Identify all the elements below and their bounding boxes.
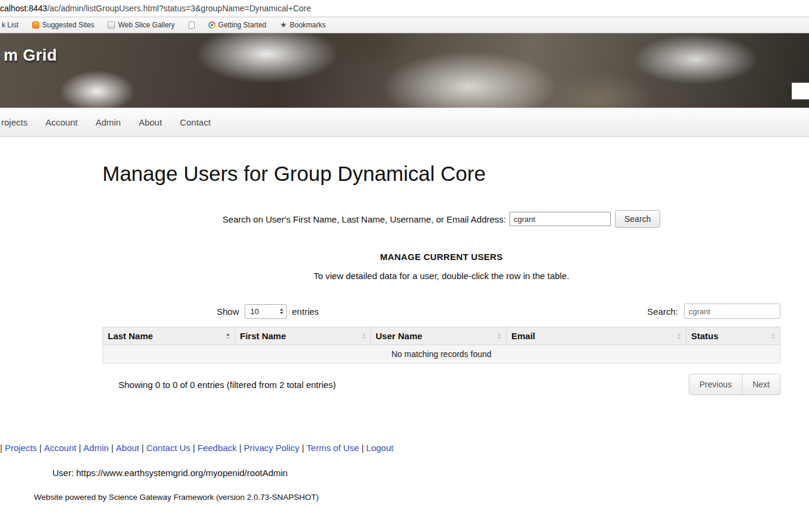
page-title: Manage Users for Group Dynamical Core <box>102 162 780 186</box>
footer-link-logout[interactable]: Logout <box>366 443 393 453</box>
show-label: Show <box>217 306 239 317</box>
footer-link-admin[interactable]: Admin <box>83 443 109 453</box>
entries-label: entries <box>292 306 319 317</box>
footer-link-about[interactable]: About <box>116 443 139 453</box>
nav-item-projects[interactable]: rojects <box>1 117 27 127</box>
page-length-control: Show 10 entries <box>217 304 319 319</box>
column-header-last-name[interactable]: Last Name <box>103 327 235 345</box>
main-nav: rojects Account Admin About Contact <box>0 108 809 137</box>
user-search-input[interactable] <box>510 212 611 226</box>
url-host: calhost:8443 <box>0 4 47 13</box>
sort-icon <box>362 333 366 339</box>
column-header-status[interactable]: Status <box>686 327 780 345</box>
users-table: Last Name First Name User Name <box>102 327 780 364</box>
page-footer: |Projects|Account|Admin|About|Contact Us… <box>0 443 809 502</box>
next-button[interactable]: Next <box>742 374 780 395</box>
column-header-user-name[interactable]: User Name <box>371 327 507 345</box>
powered-by: Website powered by Science Gateway Frame… <box>0 493 809 502</box>
sort-icon <box>498 333 501 339</box>
user-search-label: Search on User's First Name, Last Name, … <box>223 214 506 224</box>
search-button[interactable]: Search <box>615 210 660 228</box>
nav-item-admin[interactable]: Admin <box>95 117 121 127</box>
banner-white-box <box>792 83 809 99</box>
empty-message: No matching records found <box>103 345 780 364</box>
section-title: MANAGE CURRENT USERS <box>102 252 780 262</box>
site-logo: m Grid <box>4 46 57 65</box>
bookmark-item-list[interactable]: k List <box>2 21 18 29</box>
nav-item-account[interactable]: Account <box>45 117 77 127</box>
user-search-row: Search on User's First Name, Last Name, … <box>102 210 780 228</box>
nav-item-about[interactable]: About <box>139 117 162 127</box>
footer-link-terms-of-use[interactable]: Terms of Use <box>307 443 359 453</box>
suggested-sites-icon <box>32 21 39 29</box>
stepper-icon <box>280 308 283 314</box>
sort-icon <box>677 333 681 339</box>
bookmark-item-getting-started[interactable]: Getting Started <box>208 21 267 29</box>
table-search-input[interactable] <box>684 303 780 319</box>
table-header-row: Last Name First Name User Name <box>103 327 780 345</box>
footer-link-contact-us[interactable]: Contact Us <box>146 443 190 453</box>
table-filter-control: Search: <box>647 303 780 319</box>
bookmark-item-suggested-sites[interactable]: Suggested Sites <box>32 21 94 29</box>
bookmark-item-web-slice-gallery[interactable]: Web Slice Gallery <box>108 21 174 29</box>
url-path: /ac/admin/listGroupUsers.html?status=3&g… <box>47 4 311 13</box>
page-size-select[interactable]: 10 <box>245 304 287 319</box>
table-row: No matching records found <box>103 345 780 364</box>
table-search-label: Search: <box>647 306 678 317</box>
previous-button[interactable]: Previous <box>689 374 742 395</box>
sort-icon <box>226 333 230 339</box>
bookmarks-bar: k List Suggested Sites Web Slice Gallery… <box>0 17 809 33</box>
star-icon: ★ <box>280 21 287 29</box>
footer-link-feedback[interactable]: Feedback <box>198 443 237 453</box>
table-controls: Show 10 entries Search: <box>102 303 780 319</box>
gallery-icon <box>108 21 115 29</box>
bookmark-item-page[interactable] <box>189 21 195 29</box>
footer-links: |Projects|Account|Admin|About|Contact Us… <box>0 443 809 453</box>
table-info: Showing 0 to 0 of 0 entries (filtered fr… <box>118 380 336 390</box>
sort-icon <box>771 333 775 339</box>
footer-link-projects[interactable]: Projects <box>5 443 37 453</box>
footer-link-account[interactable]: Account <box>44 443 76 453</box>
nav-item-contact[interactable]: Contact <box>180 117 211 127</box>
chrome-icon <box>208 21 215 29</box>
instruction-text: To view detailed data for a user, double… <box>102 271 780 281</box>
column-header-email[interactable]: Email <box>507 327 686 345</box>
table-footer-row: Showing 0 to 0 of 0 entries (filtered fr… <box>102 374 780 395</box>
main-content: Manage Users for Group Dynamical Core Se… <box>102 162 780 395</box>
footer-link-privacy-policy[interactable]: Privacy Policy <box>244 443 299 453</box>
pagination: Previous Next <box>689 374 780 395</box>
page-icon <box>189 21 195 29</box>
site-banner: m Grid <box>0 33 809 108</box>
address-bar[interactable]: calhost:8443/ac/admin/listGroupUsers.htm… <box>0 0 809 17</box>
page-size-value: 10 <box>251 307 259 316</box>
bookmark-item-bookmarks[interactable]: ★ Bookmarks <box>280 21 326 29</box>
user-identity: User: https://www.earthsystemgrid.org/my… <box>0 468 809 478</box>
column-header-first-name[interactable]: First Name <box>235 327 371 345</box>
